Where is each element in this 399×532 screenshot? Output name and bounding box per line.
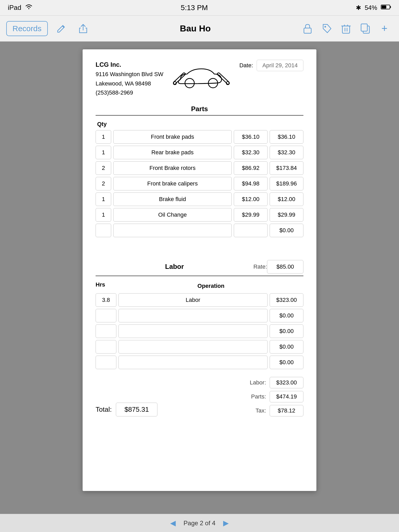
op-cell[interactable]: Labor	[118, 293, 268, 307]
qty-cell[interactable]: 2	[96, 177, 111, 190]
add-button[interactable]: +	[376, 20, 393, 37]
hrs-cell[interactable]	[96, 340, 116, 354]
parts-row: 1 Oil Change $29.99 $29.99	[96, 208, 303, 222]
delete-button[interactable]	[338, 20, 354, 37]
svg-point-4	[324, 26, 326, 28]
empty-space	[96, 239, 303, 260]
nav-bar: Records Bau Ho	[0, 16, 399, 42]
labor-total-cell[interactable]: $0.00	[270, 340, 303, 354]
labor-row: 3.8 Labor $323.00	[96, 293, 303, 307]
parts-table: 1 Front brake pads $36.10 $36.10 1 Rear …	[96, 130, 303, 237]
date-section: Date: April 29, 2014	[239, 60, 303, 71]
labor-total-cell[interactable]: $0.00	[270, 324, 303, 338]
row-total-cell[interactable]: $12.00	[270, 192, 303, 206]
desc-cell[interactable]: Oil Change	[113, 208, 232, 222]
hrs-cell[interactable]	[96, 324, 116, 338]
labor-summary-value[interactable]: $323.00	[270, 377, 303, 388]
op-cell[interactable]	[118, 324, 268, 338]
row-total-cell[interactable]: $0.00	[270, 224, 303, 237]
parts-row: 1 Rear brake pads $32.30 $32.30	[96, 146, 303, 159]
labor-row: $0.00	[96, 309, 303, 322]
qty-cell[interactable]: 1	[96, 130, 111, 144]
rate-label: Rate:	[253, 263, 267, 270]
labor-total-cell[interactable]: $0.00	[270, 309, 303, 322]
svg-point-8	[185, 78, 194, 88]
total-left: Total: $875.31	[96, 403, 157, 416]
labor-summary-row: Labor: $323.00	[245, 377, 303, 388]
unit-price-cell[interactable]: $29.99	[234, 208, 268, 222]
qty-cell[interactable]: 1	[96, 146, 111, 159]
bluetooth-icon: ✱	[356, 4, 361, 11]
parts-row: $0.00	[96, 224, 303, 237]
svg-rect-1	[390, 6, 391, 8]
next-page-button[interactable]: ▶	[223, 519, 229, 527]
tax-summary-row: Tax: $78.12	[245, 405, 303, 416]
summary-right: Labor: $323.00 Parts: $474.19 Tax: $78.1…	[245, 377, 303, 416]
company-phone: (253)588-2969	[96, 88, 163, 97]
desc-cell[interactable]: Rear brake pads	[113, 146, 232, 159]
wifi-icon	[25, 4, 33, 12]
unit-price-cell[interactable]: $86.92	[234, 161, 268, 175]
op-cell[interactable]	[118, 340, 268, 354]
device-label: iPad	[8, 4, 21, 12]
svg-rect-2	[382, 5, 386, 9]
summary-section: Total: $875.31 Labor: $323.00 Parts: $47…	[96, 377, 303, 416]
company-name: LCG Inc.	[96, 60, 163, 70]
labor-column-headers: Hrs Operation	[96, 281, 303, 291]
edit-button[interactable]	[53, 20, 70, 37]
tag-button[interactable]	[318, 20, 335, 37]
unit-price-cell[interactable]	[234, 224, 268, 237]
labor-divider	[96, 276, 303, 276]
records-button[interactable]: Records	[6, 21, 48, 36]
parts-summary-row: Parts: $474.19	[245, 391, 303, 402]
labor-row: $0.00	[96, 356, 303, 369]
total-value[interactable]: $875.31	[116, 403, 157, 416]
date-value[interactable]: April 29, 2014	[257, 60, 303, 71]
share-button[interactable]	[75, 20, 91, 37]
date-label: Date:	[239, 62, 253, 69]
tax-summary-value[interactable]: $78.12	[270, 405, 303, 416]
row-total-cell[interactable]: $32.30	[270, 146, 303, 159]
desc-cell[interactable]: Front brake calipers	[113, 177, 232, 190]
prev-page-button[interactable]: ◀	[170, 519, 176, 527]
lock-button[interactable]	[299, 20, 316, 37]
hrs-cell[interactable]: 3.8	[96, 293, 116, 307]
hrs-cell[interactable]	[96, 356, 116, 369]
qty-cell[interactable]: 2	[96, 161, 111, 175]
qty-cell[interactable]: 1	[96, 208, 111, 222]
qty-cell[interactable]: 1	[96, 192, 111, 206]
labor-total-cell[interactable]: $0.00	[270, 356, 303, 369]
company-info: LCG Inc. 9116 Washington Blvd SW Lakewoo…	[96, 60, 163, 97]
qty-cell[interactable]	[96, 224, 111, 237]
unit-price-cell[interactable]: $32.30	[234, 146, 268, 159]
row-total-cell[interactable]: $29.99	[270, 208, 303, 222]
company-address2: Lakewood, WA 98498	[96, 79, 163, 88]
labor-total-cell[interactable]: $323.00	[270, 293, 303, 307]
parts-row: 1 Front brake pads $36.10 $36.10	[96, 130, 303, 144]
desc-cell[interactable]: Front Brake rotors	[113, 161, 232, 175]
copy-button[interactable]	[357, 20, 374, 37]
row-total-cell[interactable]: $173.84	[270, 161, 303, 175]
labor-row: $0.00	[96, 340, 303, 354]
op-cell[interactable]	[118, 309, 268, 322]
svg-rect-5	[342, 26, 350, 33]
desc-cell[interactable]	[113, 224, 232, 237]
status-bar: iPad 5:13 PM ✱ 54%	[0, 0, 399, 16]
desc-cell[interactable]: Brake fluid	[113, 192, 232, 206]
hrs-cell[interactable]	[96, 309, 116, 322]
unit-price-cell[interactable]: $12.00	[234, 192, 268, 206]
rate-value[interactable]: $85.00	[267, 260, 303, 274]
desc-cell[interactable]: Front brake pads	[113, 130, 232, 144]
unit-price-cell[interactable]: $94.98	[234, 177, 268, 190]
op-cell[interactable]	[118, 356, 268, 369]
hrs-header: Hrs	[96, 281, 116, 288]
parts-summary-value[interactable]: $474.19	[270, 391, 303, 402]
parts-divider	[96, 115, 303, 116]
battery-icon	[381, 4, 391, 11]
company-address1: 9116 Washington Blvd SW	[96, 70, 163, 79]
row-total-cell[interactable]: $189.96	[270, 177, 303, 190]
labor-row: $0.00	[96, 324, 303, 338]
unit-price-cell[interactable]: $36.10	[234, 130, 268, 144]
tax-summary-label: Tax:	[245, 407, 266, 414]
row-total-cell[interactable]: $36.10	[270, 130, 303, 144]
